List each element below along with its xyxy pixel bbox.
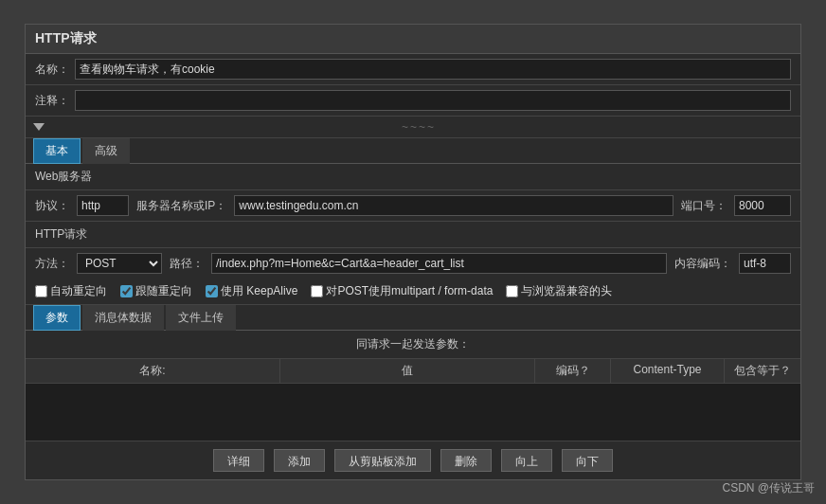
name-input[interactable]	[75, 59, 791, 80]
col-value: 值	[280, 359, 535, 383]
tab-basic[interactable]: 基本	[33, 138, 81, 164]
web-server-section-title: Web服务器	[26, 164, 800, 190]
browser-compat-label: 与浏览器兼容的头	[521, 283, 612, 299]
col-include-equals: 包含等于？	[725, 359, 800, 383]
http-request-panel: HTTP请求 名称： 注释： ~~~~ 基本 高级 Web服务器 协议： 服务器…	[25, 24, 801, 480]
auto-redirect-checkbox[interactable]	[35, 285, 47, 297]
divider-dots: ~~~~	[45, 120, 793, 134]
down-button[interactable]: 向下	[562, 449, 613, 472]
path-label: 路径：	[170, 256, 204, 272]
col-encoding: 编码？	[535, 359, 611, 383]
method-label: 方法：	[35, 256, 69, 272]
add-button[interactable]: 添加	[274, 449, 325, 472]
multipart-label: 对POST使用multipart / form-data	[326, 283, 493, 299]
params-table-header: 名称: 值 编码？ Content-Type 包含等于？	[26, 359, 800, 384]
name-row: 名称：	[26, 54, 800, 85]
http-request-section-title: HTTP请求	[26, 222, 800, 248]
server-label: 服务器名称或IP：	[136, 198, 226, 214]
checkbox-keepalive[interactable]: 使用 KeepAlive	[206, 283, 297, 299]
checkbox-row: 自动重定向 跟随重定向 使用 KeepAlive 对POST使用multipar…	[26, 279, 800, 305]
add-from-clipboard-button[interactable]: 从剪贴板添加	[334, 449, 431, 472]
protocol-label: 协议：	[35, 198, 69, 214]
checkbox-follow-redirect[interactable]: 跟随重定向	[120, 283, 192, 299]
keepalive-checkbox[interactable]	[206, 285, 218, 297]
params-header: 同请求一起发送参数：	[26, 331, 800, 359]
method-row: 方法： POST GET PUT DELETE 路径： 内容编码：	[26, 248, 800, 279]
tabs-row: 基本 高级	[26, 138, 800, 164]
protocol-input[interactable]	[77, 195, 129, 216]
path-input[interactable]	[211, 253, 667, 274]
params-body	[26, 384, 800, 441]
auto-redirect-label: 自动重定向	[50, 283, 107, 299]
panel-title: HTTP请求	[26, 25, 800, 54]
sub-tab-upload[interactable]: 文件上传	[166, 305, 236, 331]
watermark: CSDN @传说王哥	[722, 480, 815, 496]
checkbox-multipart[interactable]: 对POST使用multipart / form-data	[311, 283, 493, 299]
checkbox-browser-compat[interactable]: 与浏览器兼容的头	[506, 283, 612, 299]
encoding-label: 内容编码：	[674, 256, 731, 272]
annotation-label: 注释：	[35, 93, 69, 109]
server-name-input[interactable]	[234, 195, 673, 216]
checkbox-auto-redirect[interactable]: 自动重定向	[35, 283, 107, 299]
encoding-input[interactable]	[739, 253, 791, 274]
params-section: 同请求一起发送参数： 名称: 值 编码？ Content-Type 包含等于？	[26, 331, 800, 441]
annotation-row: 注释：	[26, 85, 800, 117]
server-row: 协议： 服务器名称或IP： 端口号：	[26, 190, 800, 222]
delete-button[interactable]: 删除	[440, 449, 492, 472]
method-select[interactable]: POST GET PUT DELETE	[77, 253, 162, 274]
sub-tab-params[interactable]: 参数	[33, 305, 81, 331]
follow-redirect-checkbox[interactable]	[120, 285, 133, 297]
col-content-type: Content-Type	[611, 359, 725, 383]
tab-advanced[interactable]: 高级	[82, 138, 130, 164]
col-name: 名称:	[26, 359, 280, 383]
port-label: 端口号：	[681, 198, 727, 214]
divider-row: ~~~~	[26, 117, 800, 138]
keepalive-label: 使用 KeepAlive	[221, 283, 297, 299]
port-input[interactable]	[734, 195, 791, 216]
up-button[interactable]: 向上	[501, 449, 552, 472]
sub-tabs-row: 参数 消息体数据 文件上传	[26, 305, 800, 331]
name-label: 名称：	[35, 62, 69, 78]
bottom-buttons: 详细 添加 从剪贴板添加 删除 向上 向下	[26, 441, 800, 479]
browser-compat-checkbox[interactable]	[506, 285, 518, 297]
sub-tab-body[interactable]: 消息体数据	[82, 305, 164, 331]
annotation-input[interactable]	[75, 90, 791, 111]
multipart-checkbox[interactable]	[311, 285, 323, 297]
follow-redirect-label: 跟随重定向	[135, 283, 192, 299]
arrow-down-icon	[33, 123, 45, 131]
detail-button[interactable]: 详细	[213, 449, 264, 472]
